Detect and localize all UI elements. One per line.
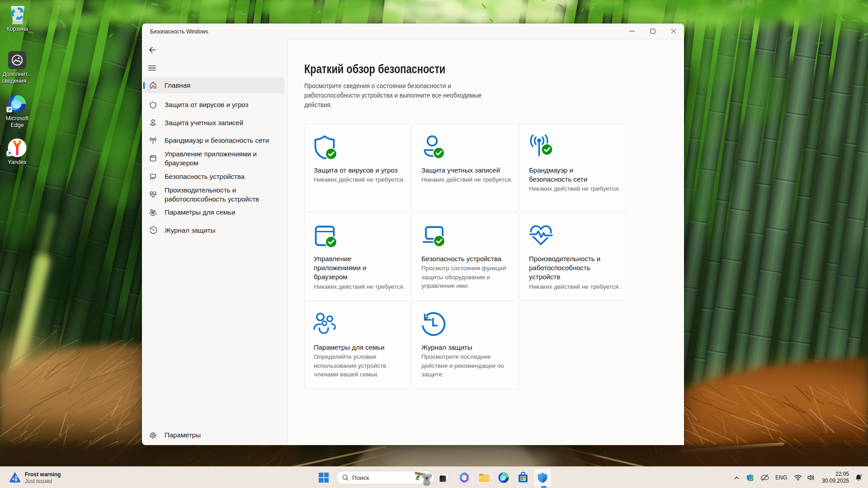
svg-text:z: z [860, 474, 862, 477]
